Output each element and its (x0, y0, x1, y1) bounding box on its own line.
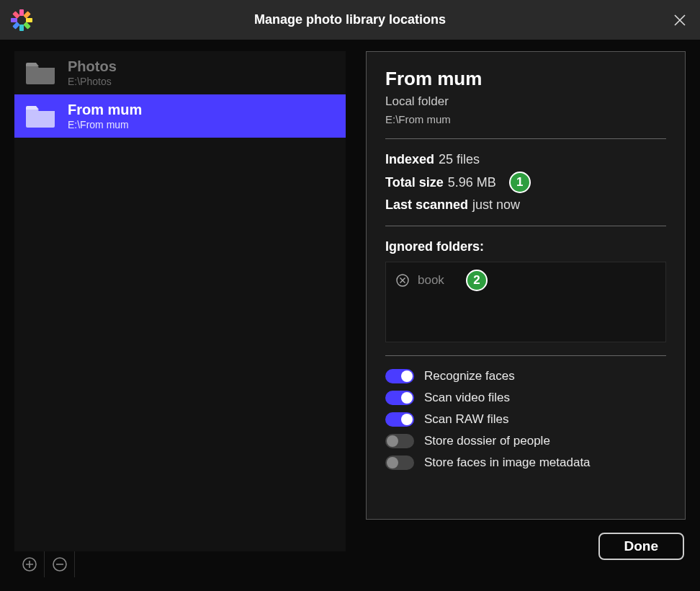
folder-icon (24, 103, 56, 129)
annotation-badge-2: 2 (466, 270, 488, 291)
stat-size: Total size 5.96 MB 1 (385, 172, 666, 193)
folder-list-actions (14, 551, 346, 577)
stat-value: 25 files (439, 152, 480, 167)
option-label: Store faces in image metadata (424, 456, 591, 470)
divider (385, 355, 666, 356)
svg-rect-4 (19, 25, 24, 31)
titlebar: Manage photo library locations (0, 0, 700, 40)
folder-icon (24, 60, 56, 86)
stat-label: Total size (385, 175, 444, 190)
annotation-badge-1: 1 (509, 172, 531, 193)
option-store-dossier: Store dossier of people (385, 434, 666, 448)
svg-rect-3 (23, 22, 31, 30)
svg-rect-5 (12, 22, 20, 30)
ignored-folders-box: book 2 (385, 262, 666, 342)
window-title: Manage photo library locations (0, 12, 700, 27)
option-label: Store dossier of people (424, 434, 550, 448)
divider (385, 226, 666, 226)
stat-label: Indexed (385, 152, 434, 167)
detail-title: From mum (385, 68, 666, 90)
toggle-store-dossier[interactable] (385, 434, 414, 448)
detail-type: Local folder (385, 94, 666, 109)
svg-rect-2 (26, 18, 32, 22)
option-label: Scan RAW files (424, 412, 508, 427)
folder-name: From mum (68, 102, 142, 117)
folder-item-photos[interactable]: Photos E:\Photos (14, 51, 346, 94)
done-button[interactable]: Done (598, 533, 685, 560)
ignored-folders-label: Ignored folders: (385, 239, 666, 254)
divider (385, 138, 666, 139)
stat-label: Last scanned (385, 197, 468, 213)
toggle-store-metadata[interactable] (385, 456, 414, 470)
toggle-scan-raw[interactable] (385, 412, 414, 427)
ignored-name: book (418, 273, 444, 288)
detail-path: E:\From mum (385, 113, 666, 125)
add-folder-button[interactable] (14, 551, 45, 577)
app-logo-icon (10, 9, 33, 32)
folder-list: Photos E:\Photos From mum E:\From mum (14, 51, 346, 551)
option-recognize-faces: Recognize faces (385, 369, 666, 383)
remove-folder-button[interactable] (45, 551, 75, 577)
ignored-entry: book 2 (396, 270, 655, 291)
stat-value: 5.96 MB (448, 175, 496, 190)
folder-path: E:\Photos (68, 76, 117, 87)
close-button[interactable] (673, 13, 687, 27)
stat-indexed: Indexed 25 files (385, 152, 666, 167)
toggle-scan-video[interactable] (385, 391, 414, 405)
option-store-metadata: Store faces in image metadata (385, 456, 666, 470)
svg-rect-0 (19, 9, 24, 16)
option-scan-raw: Scan RAW files (385, 412, 666, 427)
folder-path: E:\From mum (68, 119, 142, 130)
folder-name: Photos (68, 58, 117, 74)
svg-rect-1 (23, 11, 31, 19)
stat-scanned: Last scanned just now (385, 197, 666, 213)
toggle-recognize-faces[interactable] (385, 369, 414, 383)
remove-ignored-icon[interactable] (396, 274, 409, 287)
option-scan-video: Scan video files (385, 391, 666, 405)
folder-item-from-mum[interactable]: From mum E:\From mum (14, 94, 346, 138)
option-label: Recognize faces (424, 369, 515, 383)
detail-panel: From mum Local folder E:\From mum Indexe… (366, 51, 686, 520)
svg-rect-6 (11, 18, 17, 22)
option-label: Scan video files (424, 391, 510, 405)
svg-rect-7 (12, 11, 20, 19)
stat-value: just now (472, 197, 520, 213)
